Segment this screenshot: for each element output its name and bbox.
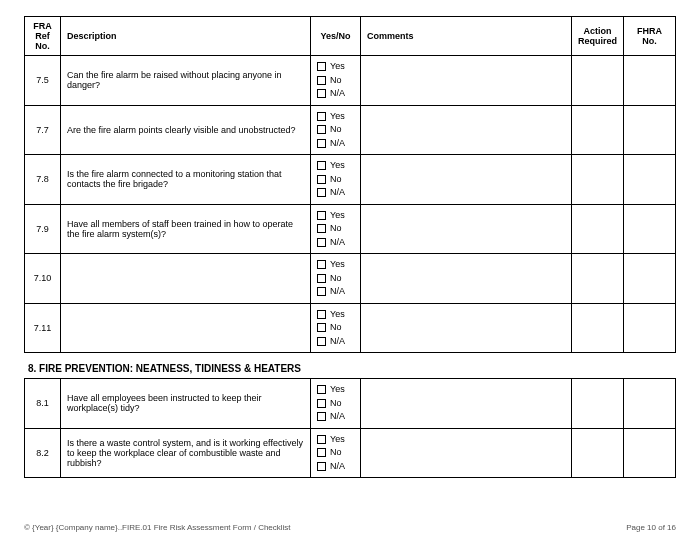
action-cell[interactable] — [572, 155, 624, 205]
checklist-table-section7: FRA Ref No. Description Yes/No Comments … — [24, 16, 676, 353]
fhra-cell[interactable] — [624, 204, 676, 254]
yesno-cell: YesNoN/A — [311, 254, 361, 304]
header-ref: FRA Ref No. — [25, 17, 61, 56]
checkbox-yes[interactable] — [317, 211, 326, 220]
ref-cell: 8.1 — [25, 379, 61, 429]
checkbox-na[interactable] — [317, 337, 326, 346]
fhra-cell[interactable] — [624, 105, 676, 155]
table-row: 7.9Have all members of staff been traine… — [25, 204, 676, 254]
option-yes: Yes — [330, 209, 345, 223]
fhra-cell[interactable] — [624, 379, 676, 429]
fhra-cell[interactable] — [624, 254, 676, 304]
yesno-cell: YesNoN/A — [311, 379, 361, 429]
option-na: N/A — [330, 410, 345, 424]
option-no: No — [330, 397, 342, 411]
comments-cell[interactable] — [361, 105, 572, 155]
checkbox-no[interactable] — [317, 274, 326, 283]
comments-cell[interactable] — [361, 204, 572, 254]
fhra-cell[interactable] — [624, 303, 676, 353]
comments-cell[interactable] — [361, 303, 572, 353]
fhra-cell[interactable] — [624, 56, 676, 106]
action-cell[interactable] — [572, 379, 624, 429]
checkbox-no[interactable] — [317, 323, 326, 332]
checkbox-yes[interactable] — [317, 112, 326, 121]
checkbox-no[interactable] — [317, 399, 326, 408]
option-yes: Yes — [330, 433, 345, 447]
option-no: No — [330, 173, 342, 187]
yesno-cell: YesNoN/A — [311, 204, 361, 254]
section8-heading: 8. FIRE PREVENTION: NEATNESS, TIDINESS &… — [28, 363, 676, 374]
header-desc: Description — [61, 17, 311, 56]
table-row: 8.2Is there a waste control system, and … — [25, 428, 676, 478]
action-cell[interactable] — [572, 303, 624, 353]
desc-cell: Is the fire alarm connected to a monitor… — [61, 155, 311, 205]
checkbox-na[interactable] — [317, 238, 326, 247]
option-no: No — [330, 222, 342, 236]
ref-cell: 7.9 — [25, 204, 61, 254]
footer-right: Page 10 of 16 — [626, 523, 676, 532]
checkbox-na[interactable] — [317, 188, 326, 197]
checkbox-no[interactable] — [317, 175, 326, 184]
yesno-cell: YesNoN/A — [311, 56, 361, 106]
checkbox-na[interactable] — [317, 462, 326, 471]
checkbox-yes[interactable] — [317, 161, 326, 170]
desc-cell: Have all employees been instructed to ke… — [61, 379, 311, 429]
option-yes: Yes — [330, 110, 345, 124]
option-yes: Yes — [330, 308, 345, 322]
table-row: 7.7Are the fire alarm points clearly vis… — [25, 105, 676, 155]
option-yes: Yes — [330, 383, 345, 397]
checkbox-no[interactable] — [317, 125, 326, 134]
fhra-cell[interactable] — [624, 155, 676, 205]
checkbox-na[interactable] — [317, 412, 326, 421]
footer-left: © {Year} {Company name}..FIRE.01 Fire Ri… — [24, 523, 291, 532]
ref-cell: 7.11 — [25, 303, 61, 353]
checkbox-no[interactable] — [317, 448, 326, 457]
checkbox-na[interactable] — [317, 89, 326, 98]
page-footer: © {Year} {Company name}..FIRE.01 Fire Ri… — [24, 523, 676, 532]
checkbox-yes[interactable] — [317, 62, 326, 71]
yesno-cell: YesNoN/A — [311, 303, 361, 353]
option-no: No — [330, 74, 342, 88]
desc-cell — [61, 303, 311, 353]
ref-cell: 7.8 — [25, 155, 61, 205]
checkbox-no[interactable] — [317, 76, 326, 85]
header-yn: Yes/No — [311, 17, 361, 56]
option-na: N/A — [330, 87, 345, 101]
ref-cell: 7.7 — [25, 105, 61, 155]
table-row: 7.5Can the fire alarm be raised without … — [25, 56, 676, 106]
checkbox-na[interactable] — [317, 287, 326, 296]
checkbox-yes[interactable] — [317, 435, 326, 444]
option-na: N/A — [330, 285, 345, 299]
desc-cell: Can the fire alarm be raised without pla… — [61, 56, 311, 106]
ref-cell: 7.10 — [25, 254, 61, 304]
comments-cell[interactable] — [361, 56, 572, 106]
fhra-cell[interactable] — [624, 428, 676, 478]
comments-cell[interactable] — [361, 379, 572, 429]
action-cell[interactable] — [572, 428, 624, 478]
option-na: N/A — [330, 186, 345, 200]
comments-cell[interactable] — [361, 155, 572, 205]
option-no: No — [330, 123, 342, 137]
option-na: N/A — [330, 335, 345, 349]
checkbox-yes[interactable] — [317, 310, 326, 319]
checkbox-no[interactable] — [317, 224, 326, 233]
yesno-cell: YesNoN/A — [311, 105, 361, 155]
checkbox-na[interactable] — [317, 139, 326, 148]
option-no: No — [330, 272, 342, 286]
action-cell[interactable] — [572, 105, 624, 155]
option-na: N/A — [330, 460, 345, 474]
option-na: N/A — [330, 137, 345, 151]
comments-cell[interactable] — [361, 428, 572, 478]
header-comments: Comments — [361, 17, 572, 56]
checkbox-yes[interactable] — [317, 260, 326, 269]
table-row: 8.1Have all employees been instructed to… — [25, 379, 676, 429]
action-cell[interactable] — [572, 56, 624, 106]
header-action: Action Required — [572, 17, 624, 56]
option-no: No — [330, 321, 342, 335]
checklist-table-section8: 8.1Have all employees been instructed to… — [24, 378, 676, 478]
action-cell[interactable] — [572, 254, 624, 304]
checkbox-yes[interactable] — [317, 385, 326, 394]
action-cell[interactable] — [572, 204, 624, 254]
comments-cell[interactable] — [361, 254, 572, 304]
table-header: FRA Ref No. Description Yes/No Comments … — [25, 17, 676, 56]
